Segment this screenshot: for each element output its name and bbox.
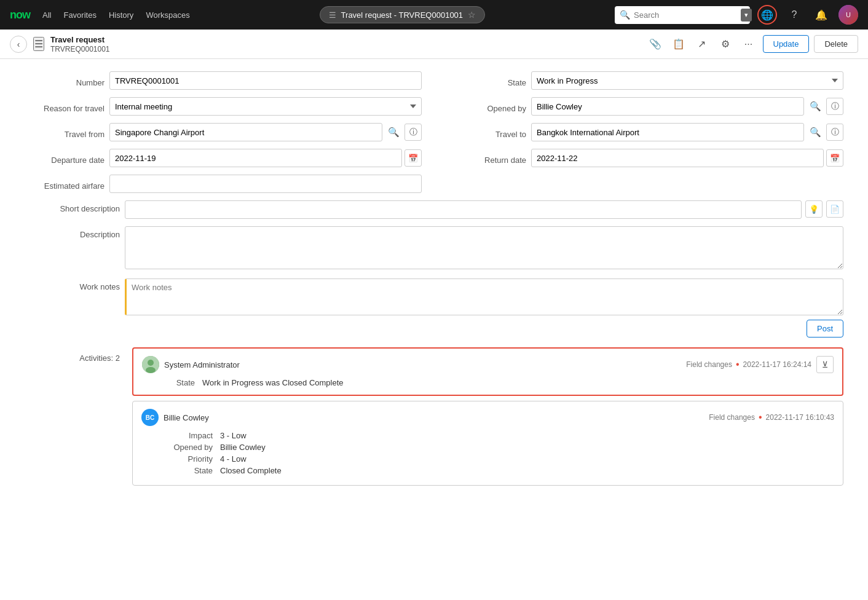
template-button[interactable]: 📋 [669,35,688,53]
row-number-state: Number State Work in Progress Closed Com… [25,71,843,90]
number-input[interactable] [109,71,422,90]
activities-section: Activities: 2 [25,347,843,491]
breadcrumb-tab-label: Travel request - TRVREQ0001001 [341,10,463,20]
star-icon[interactable]: ☆ [468,10,476,20]
travel-from-label: Travel from [25,126,105,139]
nav-all[interactable]: All [42,10,51,20]
search-icon: 🔍 [620,10,630,20]
top-nav: now All Favorites History Workspaces ☰ T… [0,0,868,30]
update-button-header[interactable]: Update [763,35,810,53]
post-btn-row: Post [25,320,843,338]
travel-to-info-icon[interactable]: ⓘ [826,124,843,141]
state-field-value: Closed Complete [220,466,282,475]
opened-by-search-icon[interactable]: 🔍 [807,98,824,115]
activity-1-avatar [142,356,159,373]
number-label: Number [25,74,105,87]
travel-from-info-icon[interactable]: ⓘ [404,124,422,141]
search-box: 🔍 ▾ [615,6,750,24]
travel-from-search-icon[interactable]: 🔍 [385,124,402,141]
connect-button[interactable]: ↗ [693,35,711,53]
form-main-title: Travel request [50,35,110,44]
notification-button[interactable]: 🔔 [811,5,831,25]
nav-right: 🔍 ▾ 🌐 ? 🔔 U [615,5,858,25]
departure-date-calendar-icon[interactable]: 📅 [404,149,422,167]
work-notes-textarea[interactable] [125,278,843,315]
globe-button[interactable]: 🌐 [757,5,777,25]
priority-label: Priority [164,454,213,464]
post-button[interactable]: Post [807,320,843,338]
short-description-bulb-icon[interactable]: 💡 [805,200,823,218]
activity-1-user-name: System Administrator [164,360,240,369]
state-label: State [446,74,526,87]
activity-2-dot: • [759,412,762,423]
col-state: State Work in Progress Closed Complete O… [446,71,843,90]
delete-button-header[interactable]: Delete [814,35,858,53]
activity-2-meta: Field changes • 2022-11-17 16:10:43 [709,412,834,423]
activity-1-meta: Field changes • 2022-11-17 16:24:14 [686,359,811,370]
opened-by-input[interactable] [531,97,804,116]
activity-1-dot: • [736,359,740,370]
activities-label: Activities: 2 [25,347,120,363]
col-estimated-airfare: Estimated airfare [25,175,422,193]
short-description-input[interactable] [125,200,802,219]
search-dropdown-button[interactable]: ▾ [741,9,752,22]
state-select[interactable]: Work in Progress Closed Complete Open Ca… [531,71,843,90]
return-date-input[interactable] [531,149,824,167]
nav-workspaces[interactable]: Workspaces [146,10,189,20]
description-textarea[interactable] [125,226,843,269]
short-description-template-icon[interactable]: 📄 [826,200,843,218]
attach-button[interactable]: 📎 [646,35,665,53]
activity-1-detail: State Work in Progress was Closed Comple… [142,378,834,387]
estimated-airfare-label: Estimated airfare [25,178,105,191]
departure-date-input[interactable] [109,149,402,167]
activity-2-header: BC Billie Cowley Field changes • 2022-11… [141,409,834,426]
short-description-content: 💡 📄 [125,200,843,219]
row-short-description: Short description 💡 📄 [25,200,843,219]
opened-by-info-icon[interactable]: ⓘ [826,98,843,115]
activity-2-user: BC Billie Cowley [141,409,209,426]
reason-select[interactable]: Internal meeting Client meeting Conferen… [109,97,422,116]
back-button[interactable]: ‹ [10,36,27,53]
activity-filter-button[interactable]: ⊻ [816,356,834,373]
travel-to-input[interactable] [531,123,804,141]
more-button[interactable]: ··· [740,35,758,53]
svg-point-2 [146,367,156,373]
nav-favorites[interactable]: Favorites [63,10,96,20]
row-dates: Departure date 📅 Return date 📅 [25,149,843,167]
return-date-calendar-icon[interactable]: 📅 [826,149,843,167]
description-label: Description [25,226,120,239]
activity-item-1: System Administrator Field changes • 202… [132,347,843,396]
departure-date-label: Departure date [25,152,105,165]
activity-2-field-impact: Impact 3 - Low [164,431,834,440]
activity-2-fields: Impact 3 - Low Opened by Billie Cowley P… [141,431,834,475]
opened-by-field: 🔍 ⓘ [531,97,843,116]
activity-1-header: System Administrator Field changes • 202… [142,356,834,373]
activity-1-timestamp: 2022-11-17 16:24:14 [743,360,811,369]
activity-item-2: BC Billie Cowley Field changes • 2022-11… [132,401,843,486]
estimated-airfare-input[interactable] [109,175,422,193]
search-input[interactable] [634,10,737,20]
col-number: Number [25,71,422,90]
col-travel-from: Travel from 🔍 ⓘ [25,123,422,141]
now-logo: now [10,9,30,22]
hamburger-button[interactable]: ☰ [33,37,44,51]
row-description: Description [25,226,843,271]
return-date-label: Return date [446,152,526,165]
nav-history[interactable]: History [109,10,133,20]
help-button[interactable]: ? [784,5,804,25]
breadcrumb-tab[interactable]: ☰ Travel request - TRVREQ0001001 ☆ [320,6,485,23]
settings-button[interactable]: ⚙ [716,35,735,53]
activity-2-avatar: BC [141,409,159,426]
row-travel-from-to: Travel from 🔍 ⓘ Travel to 🔍 ⓘ [25,123,843,141]
sub-header: ‹ ☰ Travel request TRVREQ0001001 📎 📋 ↗ ⚙… [0,30,868,59]
col-departure-date: Departure date 📅 [25,149,422,167]
travel-from-input[interactable] [109,123,382,141]
row-estimated-airfare: Estimated airfare [25,175,843,193]
user-avatar[interactable]: U [838,5,858,25]
travel-from-field: 🔍 ⓘ [109,123,422,141]
activity-1-avatar-img [142,356,159,373]
travel-to-search-icon[interactable]: 🔍 [807,124,824,141]
return-date-field: 📅 [531,149,843,167]
activities-content: System Administrator Field changes • 202… [132,347,843,491]
activity-2-field-state: State Closed Complete [164,466,834,475]
